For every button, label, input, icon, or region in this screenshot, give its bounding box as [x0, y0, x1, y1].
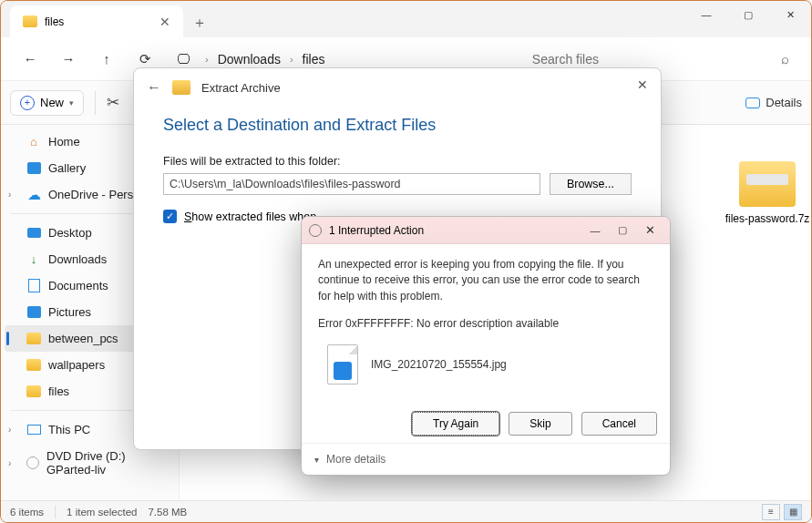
back-button[interactable]: ← [14, 43, 46, 76]
folder-icon [23, 15, 37, 27]
image-file-icon [327, 344, 358, 385]
sidebar-item-label: This PC [48, 423, 90, 436]
checkbox-checked-icon: ✓ [163, 210, 177, 223]
status-item-count: 6 items [10, 507, 44, 518]
gallery-icon [26, 161, 41, 175]
desktop-icon [26, 226, 41, 240]
maximize-button[interactable]: ▢ [727, 1, 769, 28]
status-bar: 6 items 1 item selected 7.58 MB ≡ ▦ [1, 500, 811, 522]
file-item[interactable]: files-password.7z [724, 161, 811, 225]
up-button[interactable]: ↑ [90, 43, 123, 76]
file-name: files-password.7z [725, 212, 810, 225]
checkbox-label: Show extracted files when [184, 210, 316, 223]
sidebar-item-label: OneDrive - Person [48, 188, 147, 201]
window-tab[interactable]: files ✕ [10, 5, 183, 37]
chevron-right-icon: › [290, 54, 293, 65]
minimize-button[interactable]: — [582, 220, 608, 241]
document-icon [26, 279, 41, 292]
new-button[interactable]: + New ▾ [10, 90, 84, 116]
close-icon[interactable]: ✕ [637, 77, 648, 92]
folder-icon [26, 332, 41, 345]
minimize-button[interactable]: — [685, 1, 727, 28]
chevron-right-icon: › [205, 54, 209, 65]
more-details-toggle[interactable]: ▾ More details [302, 443, 670, 475]
chevron-right-icon[interactable]: › [8, 190, 11, 200]
new-tab-button[interactable]: ＋ [192, 14, 207, 33]
tab-label: files [45, 15, 64, 28]
tab-close-icon[interactable]: ✕ [159, 15, 170, 29]
plus-icon: + [20, 96, 35, 110]
sidebar-item-label: Home [48, 135, 80, 149]
download-icon: ↓ [26, 252, 41, 266]
details-label: Details [766, 96, 802, 109]
folder-label: Files will be extracted to this folder: [163, 155, 632, 168]
dialog-header-title: Extract Archive [201, 81, 281, 95]
archive-icon [172, 80, 190, 95]
sidebar-item-label: Gallery [48, 161, 86, 175]
sidebar-item-label: files [48, 385, 69, 398]
sidebar-item-label: wallpapers [48, 358, 105, 372]
details-icon [745, 97, 760, 108]
skip-button[interactable]: Skip [509, 412, 571, 436]
sidebar-item-label: DVD Drive (D:) GParted-liv [46, 449, 170, 477]
titlebar: files ✕ ＋ — ▢ ✕ [1, 1, 811, 37]
view-list-button[interactable]: ≡ [762, 504, 780, 520]
sidebar-item-label: Desktop [48, 226, 92, 240]
error-dialog-header: 1 Interrupted Action — ▢ ✕ [302, 217, 670, 244]
divider [55, 506, 56, 518]
close-button[interactable]: ✕ [637, 220, 663, 241]
chevron-right-icon[interactable]: › [8, 425, 11, 435]
home-icon: ⌂ [26, 135, 41, 149]
forward-button[interactable]: → [52, 43, 85, 76]
picture-icon [26, 305, 41, 319]
browse-button[interactable]: Browse... [550, 173, 632, 195]
breadcrumb-item[interactable]: files [303, 52, 325, 67]
error-dialog-body: An unexpected error is keeping you from … [302, 244, 670, 412]
error-dialog: 1 Interrupted Action — ▢ ✕ An unexpected… [301, 216, 671, 476]
search-placeholder: Search files [532, 52, 599, 67]
folder-icon [26, 385, 41, 398]
search-icon: ⌕ [781, 51, 789, 67]
status-selection: 1 item selected [67, 507, 137, 518]
divider [95, 91, 96, 115]
sidebar-item-label: between_pcs [48, 332, 118, 345]
back-icon[interactable]: ← [147, 79, 161, 96]
breadcrumb[interactable]: › Downloads › files [205, 52, 325, 67]
error-dialog-buttons: Try Again Skip Cancel [302, 412, 670, 443]
details-button[interactable]: Details [745, 96, 802, 109]
cancel-button[interactable]: Cancel [581, 412, 657, 436]
try-again-button[interactable]: Try Again [412, 412, 499, 436]
breadcrumb-item[interactable]: Downloads [218, 52, 281, 67]
chevron-right-icon[interactable]: › [8, 458, 11, 468]
cut-icon[interactable]: ✂ [107, 93, 119, 112]
chevron-down-icon: ▾ [314, 455, 319, 465]
sidebar-item-label: Downloads [48, 252, 107, 266]
maximize-button[interactable]: ▢ [610, 220, 635, 241]
new-button-label: New [40, 96, 64, 109]
status-size: 7.58 MB [148, 507, 187, 518]
dialog-title: Select a Destination and Extract Files [163, 116, 632, 135]
folder-icon [26, 358, 41, 372]
more-details-label: More details [326, 453, 385, 466]
error-message: An unexpected error is keeping you from … [318, 257, 653, 304]
error-file-row: IMG_20210720_155554.jpg [318, 344, 653, 385]
cloud-icon: ☁ [26, 188, 41, 201]
search-box[interactable]: Search files ⌕ [532, 51, 798, 67]
clock-icon [309, 224, 322, 237]
chevron-down-icon: ▾ [69, 98, 74, 108]
destination-path-input[interactable] [163, 173, 540, 195]
window-controls: — ▢ ✕ [685, 1, 811, 28]
zip-icon [739, 161, 796, 207]
dialog-body: Select a Destination and Extract Files F… [134, 107, 661, 232]
error-dialog-title: 1 Interrupted Action [329, 224, 424, 237]
view-grid-button[interactable]: ▦ [784, 504, 802, 520]
pc-icon [26, 423, 41, 436]
error-filename: IMG_20210720_155554.jpg [371, 358, 507, 371]
close-button[interactable]: ✕ [769, 1, 811, 28]
sidebar-item-label: Documents [48, 279, 108, 292]
dialog-header: ← Extract Archive [134, 68, 661, 107]
dvd-icon [26, 456, 39, 470]
error-code: Error 0xFFFFFFFF: No error description a… [318, 317, 653, 330]
sidebar-item-label: Pictures [48, 305, 91, 319]
